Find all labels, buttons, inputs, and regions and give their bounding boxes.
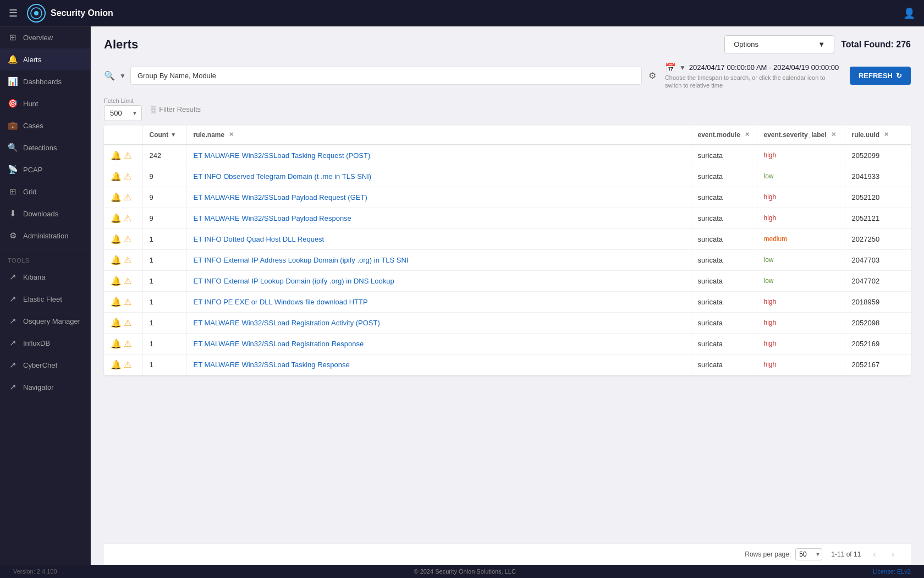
event-severity-close-icon[interactable]: ✕ <box>831 131 836 138</box>
event-module-close-icon[interactable]: ✕ <box>745 131 750 138</box>
rule-name-close-icon[interactable]: ✕ <box>229 131 234 138</box>
sidebar-item-downloads[interactable]: ⬇ Downloads <box>0 203 90 225</box>
rule-name-cell[interactable]: ET MALWARE Win32/SSLoad Registration Res… <box>186 333 691 354</box>
menu-icon[interactable]: ☰ <box>9 7 18 19</box>
icons-cell: 🔔 ⚠ <box>104 270 142 291</box>
table-row[interactable]: 🔔 ⚠ 242ET MALWARE Win32/SSLoad Tasking R… <box>104 145 911 166</box>
rule-uuid-close-icon[interactable]: ✕ <box>884 131 889 138</box>
warning-icon: ⚠ <box>124 359 131 370</box>
calendar-icon[interactable]: 📅 <box>665 62 676 73</box>
event-module-cell: suricata <box>691 187 757 208</box>
pagination-next-button[interactable]: › <box>888 548 898 560</box>
logo: Security Onion <box>26 3 903 23</box>
table-row[interactable]: 🔔 ⚠ 9ET INFO Observed Telegram Domain (t… <box>104 166 911 187</box>
rows-per-page-group: Rows per page: 50 100 200 ▼ <box>745 548 822 560</box>
date-dropdown-icon[interactable]: ▼ <box>679 64 686 72</box>
th-event-severity: event.severity_label ✕ <box>757 126 845 145</box>
table-row[interactable]: 🔔 ⚠ 9ET MALWARE Win32/SSLoad Payload Res… <box>104 208 911 228</box>
count-cell: 1 <box>142 228 186 249</box>
downloads-icon: ⬇ <box>8 209 18 219</box>
event-module-cell: suricata <box>691 145 757 166</box>
uuid-cell: 2041933 <box>845 166 911 187</box>
search-bar: 🔍 ▼ ⚙ 📅 ▼ 2024/04/17 00:00:00 AM - 2024/… <box>91 58 924 94</box>
sidebar-item-influxdb[interactable]: ↗ InfluxDB <box>0 332 90 354</box>
rule-name-cell[interactable]: ET INFO External IP Lookup Domain (ipify… <box>186 270 691 291</box>
dashboards-icon: 📊 <box>8 77 18 86</box>
table-row[interactable]: 🔔 ⚠ 1ET INFO PE EXE or DLL Windows file … <box>104 291 911 312</box>
header-right: Options ▼ Total Found: 276 <box>724 35 911 53</box>
rule-name-cell[interactable]: ET MALWARE Win32/SSLoad Payload Request … <box>186 187 691 208</box>
severity-cell: high <box>757 312 845 333</box>
severity-badge: low <box>764 255 774 265</box>
table-row[interactable]: 🔔 ⚠ 1ET INFO External IP Lookup Domain (… <box>104 270 911 291</box>
elastic-fleet-icon: ↗ <box>8 294 18 304</box>
sidebar-divider <box>0 249 90 249</box>
table-row[interactable]: 🔔 ⚠ 1ET MALWARE Win32/SSLoad Registratio… <box>104 312 911 333</box>
sidebar-item-alerts[interactable]: 🔔 Alerts <box>0 48 90 70</box>
filter-results-button[interactable]: ▒ Filter Results <box>151 105 201 113</box>
uuid-cell: 2047702 <box>845 270 911 291</box>
rule-name-cell[interactable]: ET MALWARE Win32/SSLoad Tasking Response <box>186 354 691 375</box>
warning-icon: ⚠ <box>124 213 131 223</box>
icons-cell: 🔔 ⚠ <box>104 228 142 249</box>
user-icon[interactable]: 👤 <box>903 7 915 19</box>
rule-name-cell[interactable]: ET INFO PE EXE or DLL Windows file downl… <box>186 291 691 312</box>
sidebar-item-grid[interactable]: ⊞ Grid <box>0 181 90 203</box>
bell-icon: 🔔 <box>111 297 122 307</box>
sidebar-item-administration[interactable]: ⚙ Administration <box>0 225 90 247</box>
sidebar: ⊞ Overview 🔔 Alerts 📊 Dashboards 🎯 Hunt … <box>0 26 91 565</box>
rule-name-cell[interactable]: ET MALWARE Win32/SSLoad Tasking Request … <box>186 145 691 166</box>
table-row[interactable]: 🔔 ⚠ 9ET MALWARE Win32/SSLoad Payload Req… <box>104 187 911 208</box>
sidebar-item-detections[interactable]: 🔍 Detections <box>0 137 90 159</box>
version-text: Version: 2.4.100 <box>13 568 57 575</box>
copyright-text: © 2024 Security Onion Solutions, LLC <box>414 568 515 575</box>
table-row[interactable]: 🔔 ⚠ 1ET MALWARE Win32/SSLoad Tasking Res… <box>104 354 911 375</box>
severity-cell: low <box>757 249 845 270</box>
sidebar-item-cases[interactable]: 💼 Cases <box>0 114 90 137</box>
rows-per-page-select[interactable]: 50 100 200 <box>795 548 822 560</box>
sidebar-item-cyberchef[interactable]: ↗ CyberChef <box>0 354 90 376</box>
icons-cell: 🔔 ⚠ <box>104 145 142 166</box>
fetch-limit-select[interactable]: 100 500 1000 2000 <box>104 105 142 121</box>
rule-name-cell[interactable]: ET MALWARE Win32/SSLoad Payload Response <box>186 208 691 228</box>
sidebar-item-osquery-manager[interactable]: ↗ Osquery Manager <box>0 310 90 332</box>
search-settings-icon[interactable]: ⚙ <box>648 70 656 81</box>
sidebar-item-overview[interactable]: ⊞ Overview <box>0 26 90 48</box>
uuid-cell: 2052099 <box>845 145 911 166</box>
sidebar-item-pcap[interactable]: 📡 PCAP <box>0 159 90 181</box>
warning-icon: ⚠ <box>124 150 131 161</box>
count-sort-button[interactable]: Count ▼ <box>150 131 180 139</box>
rule-name-cell[interactable]: ET INFO Dotted Quad Host DLL Request <box>186 228 691 249</box>
company-link[interactable]: Security Onion Solutions, LLC <box>435 568 516 575</box>
count-cell: 1 <box>142 333 186 354</box>
alerts-table: Count ▼ rule.name ✕ even <box>104 126 911 375</box>
pagination-info: 1-11 of 11 <box>831 550 861 558</box>
th-icons <box>104 126 142 145</box>
rule-name-cell[interactable]: ET MALWARE Win32/SSLoad Registration Act… <box>186 312 691 333</box>
pagination-prev-button[interactable]: ‹ <box>870 548 879 560</box>
search-input-wrap <box>130 67 642 85</box>
sidebar-item-kibana[interactable]: ↗ Kibana <box>0 266 90 288</box>
refresh-button[interactable]: REFRESH ↻ <box>850 67 911 85</box>
search-input[interactable] <box>130 67 642 85</box>
rule-name-cell[interactable]: ET INFO Observed Telegram Domain (t .me … <box>186 166 691 187</box>
rule-name-cell[interactable]: ET INFO External IP Address Lookup Domai… <box>186 249 691 270</box>
severity-badge: high <box>764 150 777 160</box>
search-icon[interactable]: 🔍 <box>104 70 115 81</box>
date-range: 2024/04/17 00:00:00 AM - 2024/04/19 00:0… <box>689 63 839 72</box>
uuid-cell: 2052167 <box>845 354 911 375</box>
options-button[interactable]: Options ▼ <box>724 35 834 53</box>
search-dropdown-button[interactable]: ▼ <box>119 72 126 80</box>
severity-badge: high <box>764 359 777 369</box>
table-row[interactable]: 🔔 ⚠ 1ET INFO External IP Address Lookup … <box>104 249 911 270</box>
filters-row: Fetch Limit 100 500 1000 2000 ▼ ▒ Filter… <box>91 94 924 126</box>
sidebar-item-dashboards[interactable]: 📊 Dashboards <box>0 70 90 92</box>
sidebar-item-elastic-fleet[interactable]: ↗ Elastic Fleet <box>0 288 90 310</box>
sidebar-item-hunt[interactable]: 🎯 Hunt <box>0 92 90 114</box>
table-row[interactable]: 🔔 ⚠ 1ET INFO Dotted Quad Host DLL Reques… <box>104 228 911 249</box>
sidebar-item-navigator[interactable]: ↗ Navigator <box>0 376 90 398</box>
navigator-icon: ↗ <box>8 382 18 392</box>
event-module-cell: suricata <box>691 270 757 291</box>
table-row[interactable]: 🔔 ⚠ 1ET MALWARE Win32/SSLoad Registratio… <box>104 333 911 354</box>
fetch-limit-label: Fetch Limit <box>104 97 142 104</box>
